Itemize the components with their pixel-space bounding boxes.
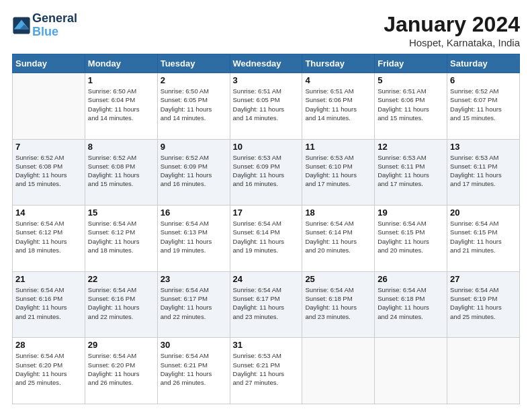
table-row: 6Sunrise: 6:52 AM Sunset: 6:07 PM Daylig… [447, 73, 520, 140]
day-info: Sunrise: 6:50 AM Sunset: 6:04 PM Dayligh… [88, 87, 154, 122]
day-info: Sunrise: 6:54 AM Sunset: 6:15 PM Dayligh… [450, 219, 517, 255]
table-row: 11Sunrise: 6:53 AM Sunset: 6:10 PM Dayli… [302, 139, 375, 205]
table-row: 31Sunrise: 6:53 AM Sunset: 6:21 PM Dayli… [230, 338, 302, 404]
calendar-header-row: Sunday Monday Tuesday Wednesday Thursday… [13, 54, 520, 73]
page-header: GeneralBlue January 2024 Hospet, Karnata… [12, 12, 520, 48]
day-info: Sunrise: 6:54 AM Sunset: 6:14 PM Dayligh… [305, 219, 371, 255]
day-info: Sunrise: 6:52 AM Sunset: 6:09 PM Dayligh… [161, 153, 227, 189]
title-block: January 2024 Hospet, Karnataka, India [384, 12, 520, 48]
day-number: 19 [378, 208, 444, 218]
table-row: 13Sunrise: 6:53 AM Sunset: 6:11 PM Dayli… [447, 139, 520, 205]
table-row: 22Sunrise: 6:54 AM Sunset: 6:16 PM Dayli… [85, 271, 157, 338]
table-row: 23Sunrise: 6:54 AM Sunset: 6:17 PM Dayli… [157, 271, 230, 338]
day-info: Sunrise: 6:53 AM Sunset: 6:11 PM Dayligh… [450, 153, 517, 189]
day-info: Sunrise: 6:53 AM Sunset: 6:09 PM Dayligh… [233, 153, 300, 189]
calendar-week-row: 7Sunrise: 6:52 AM Sunset: 6:08 PM Daylig… [13, 139, 520, 205]
table-row: 21Sunrise: 6:54 AM Sunset: 6:16 PM Dayli… [13, 271, 85, 338]
day-number: 26 [378, 274, 444, 284]
day-number: 6 [450, 75, 517, 85]
day-number: 30 [161, 340, 227, 350]
table-row: 4Sunrise: 6:51 AM Sunset: 6:06 PM Daylig… [302, 73, 375, 140]
table-row: 5Sunrise: 6:51 AM Sunset: 6:06 PM Daylig… [375, 73, 447, 140]
table-row [302, 338, 375, 404]
day-info: Sunrise: 6:52 AM Sunset: 6:08 PM Dayligh… [88, 153, 154, 189]
table-row: 27Sunrise: 6:54 AM Sunset: 6:19 PM Dayli… [447, 271, 520, 338]
day-number: 22 [88, 274, 154, 284]
day-info: Sunrise: 6:54 AM Sunset: 6:20 PM Dayligh… [15, 351, 82, 387]
table-row: 10Sunrise: 6:53 AM Sunset: 6:09 PM Dayli… [230, 139, 302, 205]
day-number: 17 [233, 208, 300, 218]
table-row [13, 73, 85, 140]
day-info: Sunrise: 6:51 AM Sunset: 6:06 PM Dayligh… [378, 87, 444, 122]
calendar-table: Sunday Monday Tuesday Wednesday Thursday… [12, 54, 520, 404]
day-number: 13 [450, 142, 517, 152]
logo: GeneralBlue [12, 12, 77, 39]
table-row: 15Sunrise: 6:54 AM Sunset: 6:12 PM Dayli… [85, 205, 157, 272]
day-info: Sunrise: 6:51 AM Sunset: 6:06 PM Dayligh… [305, 87, 371, 122]
day-info: Sunrise: 6:54 AM Sunset: 6:12 PM Dayligh… [15, 219, 82, 255]
day-info: Sunrise: 6:54 AM Sunset: 6:16 PM Dayligh… [88, 285, 154, 321]
table-row: 30Sunrise: 6:54 AM Sunset: 6:21 PM Dayli… [157, 338, 230, 404]
logo-text: GeneralBlue [32, 12, 77, 39]
day-info: Sunrise: 6:53 AM Sunset: 6:21 PM Dayligh… [233, 351, 300, 387]
day-number: 23 [161, 274, 227, 284]
day-number: 10 [233, 142, 300, 152]
day-info: Sunrise: 6:53 AM Sunset: 6:10 PM Dayligh… [305, 153, 371, 189]
calendar-week-row: 14Sunrise: 6:54 AM Sunset: 6:12 PM Dayli… [13, 205, 520, 272]
day-number: 11 [305, 142, 371, 152]
header-saturday: Saturday [447, 54, 520, 73]
day-info: Sunrise: 6:53 AM Sunset: 6:11 PM Dayligh… [378, 153, 444, 189]
day-number: 7 [15, 142, 82, 152]
header-friday: Friday [375, 54, 447, 73]
table-row: 3Sunrise: 6:51 AM Sunset: 6:05 PM Daylig… [230, 73, 302, 140]
table-row: 16Sunrise: 6:54 AM Sunset: 6:13 PM Dayli… [157, 205, 230, 272]
header-wednesday: Wednesday [230, 54, 302, 73]
month-title: January 2024 [384, 12, 520, 37]
day-info: Sunrise: 6:54 AM Sunset: 6:16 PM Dayligh… [15, 285, 82, 321]
table-row: 18Sunrise: 6:54 AM Sunset: 6:14 PM Dayli… [302, 205, 375, 272]
table-row [447, 338, 520, 404]
day-info: Sunrise: 6:54 AM Sunset: 6:17 PM Dayligh… [161, 285, 227, 321]
header-thursday: Thursday [302, 54, 375, 73]
day-number: 12 [378, 142, 444, 152]
day-number: 4 [305, 75, 371, 85]
day-info: Sunrise: 6:54 AM Sunset: 6:14 PM Dayligh… [233, 219, 300, 255]
day-number: 3 [233, 75, 300, 85]
day-number: 14 [15, 208, 82, 218]
day-info: Sunrise: 6:54 AM Sunset: 6:12 PM Dayligh… [88, 219, 154, 255]
day-info: Sunrise: 6:54 AM Sunset: 6:18 PM Dayligh… [378, 285, 444, 321]
location-subtitle: Hospet, Karnataka, India [384, 37, 520, 48]
day-info: Sunrise: 6:54 AM Sunset: 6:13 PM Dayligh… [161, 219, 227, 255]
table-row: 24Sunrise: 6:54 AM Sunset: 6:17 PM Dayli… [230, 271, 302, 338]
table-row: 2Sunrise: 6:50 AM Sunset: 6:05 PM Daylig… [157, 73, 230, 140]
day-info: Sunrise: 6:54 AM Sunset: 6:19 PM Dayligh… [450, 285, 517, 321]
day-info: Sunrise: 6:52 AM Sunset: 6:08 PM Dayligh… [15, 153, 82, 189]
day-info: Sunrise: 6:54 AM Sunset: 6:20 PM Dayligh… [88, 351, 154, 387]
day-info: Sunrise: 6:52 AM Sunset: 6:07 PM Dayligh… [450, 87, 517, 122]
day-number: 29 [88, 340, 154, 350]
table-row: 9Sunrise: 6:52 AM Sunset: 6:09 PM Daylig… [157, 139, 230, 205]
table-row: 26Sunrise: 6:54 AM Sunset: 6:18 PM Dayli… [375, 271, 447, 338]
table-row: 7Sunrise: 6:52 AM Sunset: 6:08 PM Daylig… [13, 139, 85, 205]
header-tuesday: Tuesday [157, 54, 230, 73]
calendar-week-row: 21Sunrise: 6:54 AM Sunset: 6:16 PM Dayli… [13, 271, 520, 338]
table-row: 17Sunrise: 6:54 AM Sunset: 6:14 PM Dayli… [230, 205, 302, 272]
table-row: 29Sunrise: 6:54 AM Sunset: 6:20 PM Dayli… [85, 338, 157, 404]
table-row: 8Sunrise: 6:52 AM Sunset: 6:08 PM Daylig… [85, 139, 157, 205]
day-number: 24 [233, 274, 300, 284]
table-row: 1Sunrise: 6:50 AM Sunset: 6:04 PM Daylig… [85, 73, 157, 140]
table-row [375, 338, 447, 404]
calendar-week-row: 1Sunrise: 6:50 AM Sunset: 6:04 PM Daylig… [13, 73, 520, 140]
day-number: 28 [15, 340, 82, 350]
day-number: 25 [305, 274, 371, 284]
day-number: 2 [161, 75, 227, 85]
day-number: 31 [233, 340, 300, 350]
day-number: 16 [161, 208, 227, 218]
day-info: Sunrise: 6:54 AM Sunset: 6:17 PM Dayligh… [233, 285, 300, 321]
header-sunday: Sunday [13, 54, 85, 73]
table-row: 20Sunrise: 6:54 AM Sunset: 6:15 PM Dayli… [447, 205, 520, 272]
calendar-week-row: 28Sunrise: 6:54 AM Sunset: 6:20 PM Dayli… [13, 338, 520, 404]
day-number: 1 [88, 75, 154, 85]
day-info: Sunrise: 6:50 AM Sunset: 6:05 PM Dayligh… [161, 87, 227, 122]
day-info: Sunrise: 6:54 AM Sunset: 6:21 PM Dayligh… [161, 351, 227, 387]
